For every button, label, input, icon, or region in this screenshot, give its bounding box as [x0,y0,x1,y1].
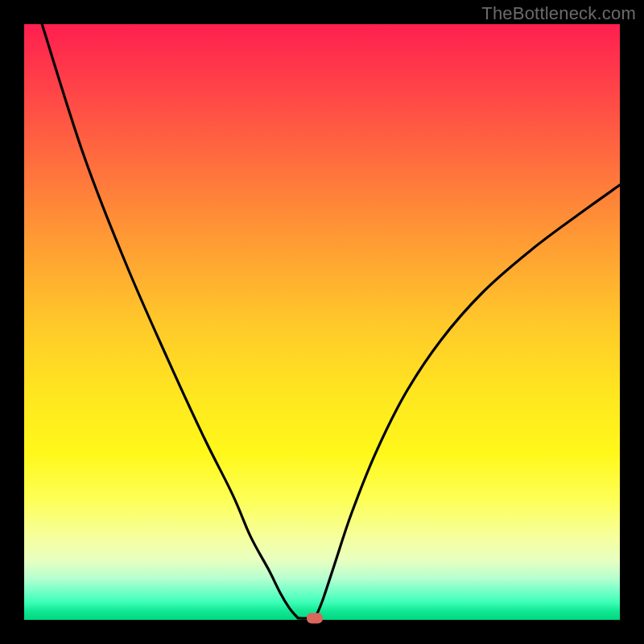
plot-area [24,24,620,620]
minimum-marker [307,613,323,624]
bottleneck-curve [24,24,620,620]
watermark-text: TheBottleneck.com [481,3,636,24]
chart-frame: TheBottleneck.com [0,0,644,644]
